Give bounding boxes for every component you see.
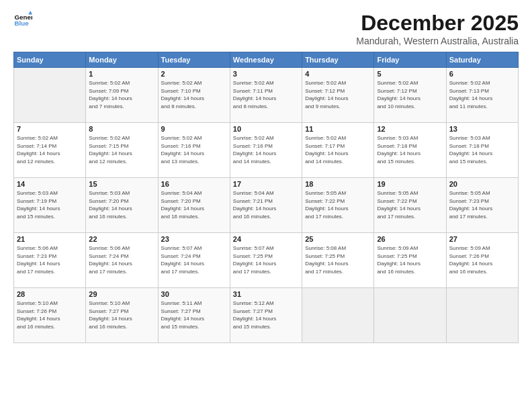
day-cell: 2Sunrise: 5:02 AM Sunset: 7:10 PM Daylig… (158, 68, 230, 123)
day-cell: 25Sunrise: 5:08 AM Sunset: 7:25 PM Dayli… (302, 233, 374, 288)
day-cell: 20Sunrise: 5:05 AM Sunset: 7:23 PM Dayli… (446, 178, 518, 233)
day-number: 29 (89, 290, 154, 298)
day-info: Sunrise: 5:11 AM Sunset: 7:27 PM Dayligh… (161, 300, 227, 330)
svg-marker-2 (28, 11, 32, 15)
day-cell (302, 288, 374, 343)
day-cell: 16Sunrise: 5:04 AM Sunset: 7:20 PM Dayli… (158, 178, 230, 233)
day-number: 4 (305, 70, 371, 78)
day-info: Sunrise: 5:10 AM Sunset: 7:26 PM Dayligh… (17, 300, 83, 330)
day-info: Sunrise: 5:02 AM Sunset: 7:17 PM Dayligh… (305, 134, 371, 165)
day-number: 1 (89, 70, 154, 78)
day-info: Sunrise: 5:09 AM Sunset: 7:26 PM Dayligh… (449, 244, 515, 275)
day-info: Sunrise: 5:07 AM Sunset: 7:24 PM Dayligh… (161, 244, 227, 275)
day-cell: 7Sunrise: 5:02 AM Sunset: 7:14 PM Daylig… (14, 123, 86, 178)
svg-text:Blue: Blue (14, 19, 29, 27)
day-cell: 13Sunrise: 5:03 AM Sunset: 7:18 PM Dayli… (446, 123, 518, 178)
day-info: Sunrise: 5:02 AM Sunset: 7:09 PM Dayligh… (89, 79, 154, 110)
day-info: Sunrise: 5:05 AM Sunset: 7:22 PM Dayligh… (377, 189, 443, 220)
day-number: 10 (233, 125, 299, 133)
day-info: Sunrise: 5:05 AM Sunset: 7:22 PM Dayligh… (305, 189, 371, 220)
day-cell: 31Sunrise: 5:12 AM Sunset: 7:27 PM Dayli… (230, 288, 302, 343)
day-info: Sunrise: 5:06 AM Sunset: 7:24 PM Dayligh… (89, 244, 154, 275)
day-cell (446, 288, 518, 343)
day-info: Sunrise: 5:02 AM Sunset: 7:16 PM Dayligh… (233, 134, 299, 165)
day-number: 7 (17, 125, 83, 133)
day-number: 25 (305, 235, 371, 243)
day-cell: 4Sunrise: 5:02 AM Sunset: 7:12 PM Daylig… (302, 68, 374, 123)
header-cell-monday: Monday (86, 52, 158, 68)
day-info: Sunrise: 5:04 AM Sunset: 7:21 PM Dayligh… (233, 189, 299, 220)
day-info: Sunrise: 5:05 AM Sunset: 7:23 PM Dayligh… (449, 189, 515, 220)
day-info: Sunrise: 5:02 AM Sunset: 7:15 PM Dayligh… (89, 134, 154, 165)
day-number: 18 (305, 180, 371, 188)
day-info: Sunrise: 5:07 AM Sunset: 7:25 PM Dayligh… (233, 244, 299, 275)
calendar-table: SundayMondayTuesdayWednesdayThursdayFrid… (13, 52, 519, 343)
day-info: Sunrise: 5:12 AM Sunset: 7:27 PM Dayligh… (233, 300, 299, 330)
day-cell: 22Sunrise: 5:06 AM Sunset: 7:24 PM Dayli… (86, 233, 158, 288)
week-row-3: 14Sunrise: 5:03 AM Sunset: 7:19 PM Dayli… (14, 178, 519, 233)
day-info: Sunrise: 5:02 AM Sunset: 7:10 PM Dayligh… (161, 79, 227, 110)
day-cell: 27Sunrise: 5:09 AM Sunset: 7:26 PM Dayli… (446, 233, 518, 288)
day-number: 11 (305, 125, 371, 133)
logo-icon: General Blue (13, 11, 32, 30)
header-cell-wednesday: Wednesday (230, 52, 302, 68)
day-cell: 23Sunrise: 5:07 AM Sunset: 7:24 PM Dayli… (158, 233, 230, 288)
day-cell: 6Sunrise: 5:02 AM Sunset: 7:13 PM Daylig… (446, 68, 518, 123)
week-row-5: 28Sunrise: 5:10 AM Sunset: 7:26 PM Dayli… (14, 288, 519, 343)
day-number: 20 (449, 180, 515, 188)
header-cell-thursday: Thursday (302, 52, 374, 68)
week-row-2: 7Sunrise: 5:02 AM Sunset: 7:14 PM Daylig… (14, 123, 519, 178)
day-number: 8 (89, 125, 154, 133)
day-number: 22 (89, 235, 154, 243)
header-cell-saturday: Saturday (446, 52, 518, 68)
day-number: 19 (377, 180, 443, 188)
logo: General Blue General Blue (13, 11, 32, 30)
day-number: 2 (161, 70, 227, 78)
day-info: Sunrise: 5:02 AM Sunset: 7:13 PM Dayligh… (449, 79, 515, 110)
day-number: 15 (89, 180, 154, 188)
day-number: 6 (449, 70, 515, 78)
day-info: Sunrise: 5:03 AM Sunset: 7:18 PM Dayligh… (449, 134, 515, 165)
day-cell: 28Sunrise: 5:10 AM Sunset: 7:26 PM Dayli… (14, 288, 86, 343)
day-cell (14, 68, 86, 123)
day-cell: 9Sunrise: 5:02 AM Sunset: 7:16 PM Daylig… (158, 123, 230, 178)
day-number: 30 (161, 290, 227, 298)
week-row-1: 1Sunrise: 5:02 AM Sunset: 7:09 PM Daylig… (14, 68, 519, 123)
day-number: 26 (377, 235, 443, 243)
day-info: Sunrise: 5:04 AM Sunset: 7:20 PM Dayligh… (161, 189, 227, 220)
page: General Blue General Blue December 2025 … (0, 0, 532, 411)
day-number: 31 (233, 290, 299, 298)
day-info: Sunrise: 5:02 AM Sunset: 7:16 PM Dayligh… (161, 134, 227, 165)
day-cell: 10Sunrise: 5:02 AM Sunset: 7:16 PM Dayli… (230, 123, 302, 178)
day-number: 17 (233, 180, 299, 188)
header: General Blue General Blue December 2025 … (13, 11, 519, 46)
day-number: 28 (17, 290, 83, 298)
day-info: Sunrise: 5:03 AM Sunset: 7:20 PM Dayligh… (89, 189, 154, 220)
day-cell: 21Sunrise: 5:06 AM Sunset: 7:23 PM Dayli… (14, 233, 86, 288)
day-number: 16 (161, 180, 227, 188)
title-block: December 2025 Mandurah, Western Australi… (356, 11, 519, 46)
day-info: Sunrise: 5:09 AM Sunset: 7:25 PM Dayligh… (377, 244, 443, 275)
day-cell: 1Sunrise: 5:02 AM Sunset: 7:09 PM Daylig… (86, 68, 158, 123)
day-cell: 29Sunrise: 5:10 AM Sunset: 7:27 PM Dayli… (86, 288, 158, 343)
day-cell: 19Sunrise: 5:05 AM Sunset: 7:22 PM Dayli… (374, 178, 446, 233)
day-number: 3 (233, 70, 299, 78)
day-info: Sunrise: 5:02 AM Sunset: 7:12 PM Dayligh… (305, 79, 371, 110)
day-number: 27 (449, 235, 515, 243)
day-info: Sunrise: 5:02 AM Sunset: 7:14 PM Dayligh… (17, 134, 83, 165)
day-number: 9 (161, 125, 227, 133)
day-cell (374, 288, 446, 343)
day-info: Sunrise: 5:02 AM Sunset: 7:11 PM Dayligh… (233, 79, 299, 110)
day-number: 5 (377, 70, 443, 78)
day-cell: 17Sunrise: 5:04 AM Sunset: 7:21 PM Dayli… (230, 178, 302, 233)
day-number: 21 (17, 235, 83, 243)
day-cell: 11Sunrise: 5:02 AM Sunset: 7:17 PM Dayli… (302, 123, 374, 178)
day-number: 23 (161, 235, 227, 243)
header-cell-sunday: Sunday (14, 52, 86, 68)
day-cell: 26Sunrise: 5:09 AM Sunset: 7:25 PM Dayli… (374, 233, 446, 288)
week-row-4: 21Sunrise: 5:06 AM Sunset: 7:23 PM Dayli… (14, 233, 519, 288)
month-title: December 2025 (356, 11, 519, 36)
day-info: Sunrise: 5:10 AM Sunset: 7:27 PM Dayligh… (89, 300, 154, 330)
day-cell: 24Sunrise: 5:07 AM Sunset: 7:25 PM Dayli… (230, 233, 302, 288)
day-cell: 15Sunrise: 5:03 AM Sunset: 7:20 PM Dayli… (86, 178, 158, 233)
